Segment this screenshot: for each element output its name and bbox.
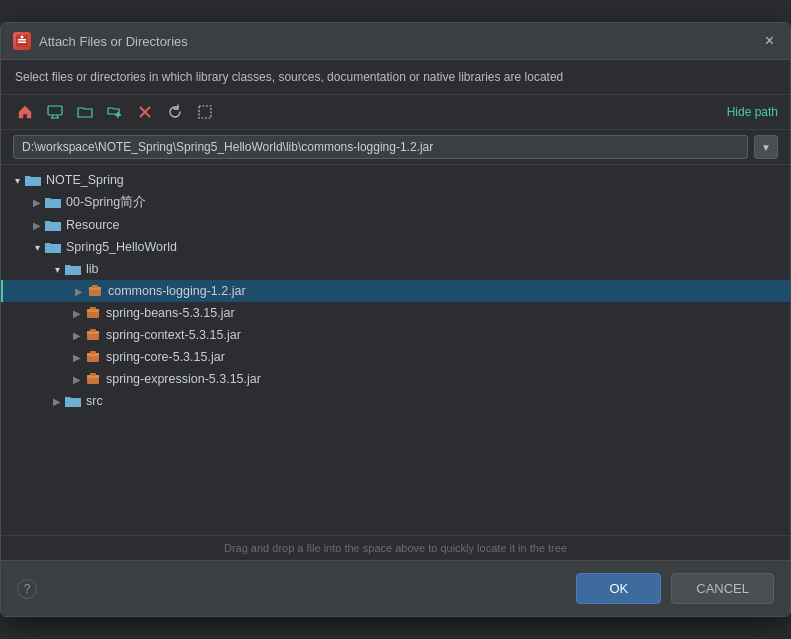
expand-arrow-spring-context: ▶ [69, 327, 85, 343]
title-left: Attach Files or Directories [13, 32, 188, 50]
svg-rect-4 [48, 106, 62, 115]
svg-rect-18 [90, 307, 96, 310]
expand-arrow-spring-expression: ▶ [69, 371, 85, 387]
svg-rect-27 [90, 373, 96, 376]
tree-label-spring-beans: spring-beans-5.3.15.jar [106, 306, 235, 320]
toolbar: Hide path [1, 95, 790, 130]
file-tree: ▾ NOTE_Spring ▶ 00-Spring简介 ▶ Resource [1, 165, 790, 535]
svg-rect-12 [199, 106, 211, 118]
folder-icon-note-spring [25, 174, 41, 187]
tree-label-spring5-hw: Spring5_HelloWorld [66, 240, 177, 254]
tree-label-commons-logging: commons-logging-1.2.jar [108, 284, 246, 298]
tree-item-resource[interactable]: ▶ Resource [1, 214, 790, 236]
tree-label-spring-expression: spring-expression-5.3.15.jar [106, 372, 261, 386]
jar-icon-spring-beans [85, 305, 101, 321]
jar-icon-spring-core [85, 349, 101, 365]
folder-icon-resource [45, 219, 61, 232]
tree-label-src: src [86, 394, 103, 408]
toolbar-left [13, 100, 217, 124]
folder-icon-spring-intro [45, 196, 61, 209]
svg-rect-21 [90, 329, 96, 332]
svg-rect-24 [90, 351, 96, 354]
jar-icon-commons-logging [87, 283, 103, 299]
path-input[interactable] [13, 135, 748, 159]
select-button[interactable] [193, 100, 217, 124]
tree-item-spring-beans[interactable]: ▶ spring-beans-5.3.15.jar [1, 302, 790, 324]
hide-path-button[interactable]: Hide path [727, 105, 778, 119]
tree-item-spring-core[interactable]: ▶ spring-core-5.3.15.jar [1, 346, 790, 368]
footer-buttons: OK CANCEL [576, 573, 774, 604]
tree-item-src[interactable]: ▶ src [1, 390, 790, 412]
refresh-button[interactable] [163, 100, 187, 124]
tree-item-spring5-hw[interactable]: ▾ Spring5_HelloWorld [1, 236, 790, 258]
tree-item-commons-logging[interactable]: ▶ commons-logging-1.2.jar [1, 280, 790, 302]
ok-button[interactable]: OK [576, 573, 661, 604]
expand-arrow-commons-logging: ▶ [71, 283, 87, 299]
expand-arrow-src: ▶ [49, 393, 65, 409]
close-button[interactable]: × [761, 31, 778, 51]
expand-arrow-resource: ▶ [29, 217, 45, 233]
tree-label-spring-core: spring-core-5.3.15.jar [106, 350, 225, 364]
folder-icon-spring5-hw [45, 241, 61, 254]
delete-button[interactable] [133, 100, 157, 124]
help-button[interactable]: ? [17, 579, 37, 599]
title-bar: Attach Files or Directories × [1, 23, 790, 60]
tree-item-spring-context[interactable]: ▶ spring-context-5.3.15.jar [1, 324, 790, 346]
path-dropdown-button[interactable]: ▼ [754, 135, 778, 159]
dialog-icon [13, 32, 31, 50]
svg-rect-15 [92, 285, 98, 288]
drag-hint: Drag and drop a file into the space abov… [1, 535, 790, 560]
tree-label-lib: lib [86, 262, 99, 276]
home-button[interactable] [13, 100, 37, 124]
tree-item-lib[interactable]: ▾ lib [1, 258, 790, 280]
tree-item-spring-intro[interactable]: ▶ 00-Spring简介 [1, 191, 790, 214]
tree-label-note-spring: NOTE_Spring [46, 173, 124, 187]
jar-icon-spring-expression [85, 371, 101, 387]
svg-rect-1 [18, 39, 26, 41]
tree-item-note-spring[interactable]: ▾ NOTE_Spring [1, 169, 790, 191]
expand-arrow-note-spring: ▾ [9, 172, 25, 188]
tree-item-spring-expression[interactable]: ▶ spring-expression-5.3.15.jar [1, 368, 790, 390]
expand-arrow-lib: ▾ [49, 261, 65, 277]
tree-label-resource: Resource [66, 218, 120, 232]
expand-arrow-spring-core: ▶ [69, 349, 85, 365]
open-folder-button[interactable] [73, 100, 97, 124]
tree-label-spring-intro: 00-Spring简介 [66, 194, 146, 211]
attach-files-dialog: Attach Files or Directories × Select fil… [0, 22, 791, 617]
footer: ? OK CANCEL [1, 560, 790, 616]
tree-label-spring-context: spring-context-5.3.15.jar [106, 328, 241, 342]
expand-arrow-spring5-hw: ▾ [29, 239, 45, 255]
new-folder-button[interactable] [103, 100, 127, 124]
folder-icon-lib [65, 263, 81, 276]
cancel-button[interactable]: CANCEL [671, 573, 774, 604]
expand-arrow-spring-beans: ▶ [69, 305, 85, 321]
monitor-button[interactable] [43, 100, 67, 124]
svg-rect-2 [18, 42, 26, 44]
dialog-subtitle: Select files or directories in which lib… [1, 60, 790, 95]
expand-arrow-spring-intro: ▶ [29, 195, 45, 211]
svg-point-3 [21, 36, 24, 39]
folder-icon-src [65, 395, 81, 408]
jar-icon-spring-context [85, 327, 101, 343]
path-bar: ▼ [1, 130, 790, 165]
dialog-title: Attach Files or Directories [39, 34, 188, 49]
